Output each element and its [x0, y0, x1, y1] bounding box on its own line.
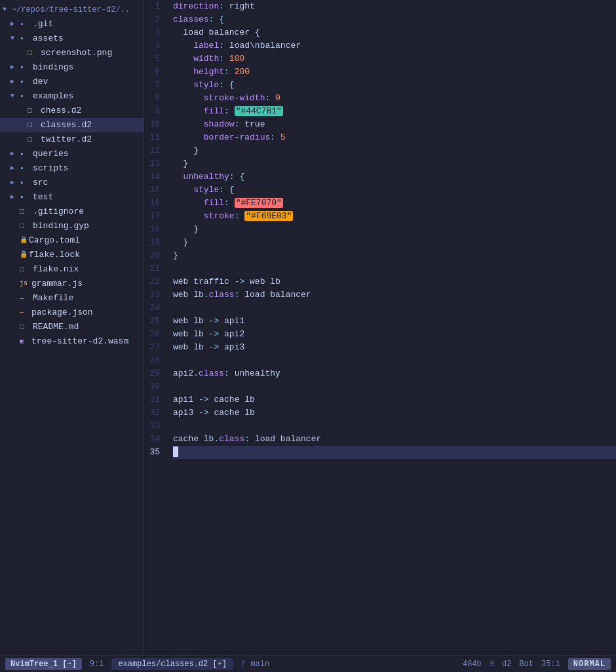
ln-22: 22 [144, 275, 163, 288]
statusbar-left: NvimTree_1 [-] 9:1 examples/classes.d2 [… [5, 658, 269, 670]
ln-7: 7 [144, 79, 163, 92]
ln-23: 23 [144, 288, 163, 302]
git-arrow-icon: ▶ [10, 18, 20, 31]
ln-8: 8 [144, 92, 163, 105]
sidebar-item-gitignore[interactable]: ▶ □ .gitignore [0, 205, 144, 219]
line-32: api3 -> cache lb [173, 406, 616, 420]
sidebar-item-scripts[interactable]: ▶ ▪ scripts [0, 161, 144, 176]
line-24 [173, 302, 616, 315]
ln-17: 17 [144, 210, 163, 223]
branch-label: main [250, 660, 269, 669]
ln-32: 32 [144, 406, 163, 420]
sidebar-item-flake-lock[interactable]: ▶ 🔒 flake.lock [0, 248, 144, 262]
sidebar-item-readme[interactable]: ▶ □ README.md [0, 320, 144, 334]
sidebar-item-examples[interactable]: ▼ ▪ examples [0, 89, 144, 104]
line-10: shadow: true [173, 118, 616, 131]
examples-arrow-icon: ▼ [10, 90, 20, 103]
no-arrow14-icon: ▶ [10, 335, 20, 348]
sidebar-scripts-label: scripts [33, 162, 69, 175]
line-1: direction: right [173, 0, 616, 13]
file-icon4: □ [28, 133, 38, 146]
ln-12: 12 [144, 144, 163, 157]
no-arrow8-icon: ▶ [10, 248, 20, 262]
line-8: stroke-width: 0 [173, 92, 616, 105]
sidebar-item-bindings[interactable]: ▶ ▪ bindings [0, 60, 144, 75]
file-icon3: □ [28, 119, 38, 132]
cursor [173, 446, 178, 457]
editor-content[interactable]: 1 2 3 4 5 6 7 8 9 10 11 12 13 14 15 16 1 [144, 0, 616, 655]
ln-30: 30 [144, 380, 163, 393]
sidebar-item-git[interactable]: ▶ ▪ .git [0, 17, 144, 31]
line-6: height: 200 [173, 66, 616, 79]
sidebar-item-chess[interactable]: ▶ □ chess.d2 [0, 104, 144, 118]
sidebar-chess-label: chess.d2 [41, 104, 81, 117]
sidebar-twitter-label: twitter.d2 [41, 133, 92, 146]
wasm-icon: ▣ [20, 335, 29, 348]
no-arrow-icon: ▶ [18, 47, 28, 60]
ln-15: 15 [144, 184, 163, 197]
sidebar-screenshot-label: screenshot.png [41, 47, 112, 60]
sidebar-item-binding-gyp[interactable]: ▶ □ binding.gyp [0, 219, 144, 233]
ln-11: 11 [144, 131, 163, 144]
mode-badge: NORMAL [568, 658, 611, 670]
sidebar-item-wasm[interactable]: ▶ ▣ tree-sitter-d2.wasm [0, 334, 144, 349]
file-icon8: – [20, 292, 30, 305]
line-col-label: 35:1 [541, 660, 560, 669]
line-3: load balancer { [173, 26, 616, 39]
sidebar-item-package-json[interactable]: ▶ — package.json [0, 306, 144, 320]
sidebar-item-twitter[interactable]: ▶ □ twitter.d2 [0, 132, 144, 147]
main-area: ▼ ~/repos/tree-sitter-d2/.. ▶ ▪ .git ▼ ▪… [0, 0, 616, 655]
sidebar-classes-label: classes.d2 [41, 119, 92, 132]
lsp-icon: ≡ [490, 660, 494, 669]
sidebar-item-src[interactable]: ▶ ▪ src [0, 176, 144, 190]
folder-icon2: ▪ [20, 61, 30, 74]
sidebar-item-grammar-js[interactable]: ▶ js grammar.js [0, 277, 144, 291]
sidebar-item-classes[interactable]: ▶ □ classes.d2 [0, 118, 144, 132]
sidebar-root-label: ~/repos/tree-sitter-d2/.. [12, 3, 130, 16]
code-lines[interactable]: direction: right classes: { load balance… [168, 0, 616, 655]
queries-arrow-icon: ▶ [10, 148, 20, 161]
line-20: } [173, 249, 616, 262]
ln-13: 13 [144, 157, 163, 170]
cursor-pos-label: Bot [519, 660, 533, 669]
ln-24: 24 [144, 302, 163, 315]
sidebar-item-cargo[interactable]: ▶ 🔒 Cargo.toml [0, 233, 144, 248]
line-2: classes: { [173, 13, 616, 26]
package-icon: — [20, 306, 29, 319]
sidebar-item-test[interactable]: ▶ ▪ test [0, 190, 144, 205]
line-33 [173, 420, 616, 433]
sidebar[interactable]: ▼ ~/repos/tree-sitter-d2/.. ▶ ▪ .git ▼ ▪… [0, 0, 144, 655]
line-5: width: 100 [173, 52, 616, 66]
sidebar-item-dev[interactable]: ▶ ▪ dev [0, 75, 144, 89]
line-34: cache lb.class: load balancer [173, 433, 616, 446]
sidebar-assets-label: assets [33, 32, 64, 45]
lang-label: d2 [502, 660, 511, 669]
line-numbers: 1 2 3 4 5 6 7 8 9 10 11 12 13 14 15 16 1 [144, 0, 168, 655]
ln-21: 21 [144, 262, 163, 275]
line-22: web traffic -> web lb [173, 275, 616, 288]
sidebar-queries-label: queries [33, 148, 69, 161]
sidebar-root[interactable]: ▼ ~/repos/tree-sitter-d2/.. [0, 3, 144, 17]
no-arrow2-icon: ▶ [18, 104, 28, 117]
line-30 [173, 380, 616, 393]
no-arrow6-icon: ▶ [10, 220, 20, 233]
no-arrow11-icon: ▶ [10, 292, 20, 305]
js-icon: js [20, 277, 29, 290]
ln-1: 1 [144, 0, 163, 13]
sidebar-item-makefile[interactable]: ▶ – Makefile [0, 291, 144, 306]
sidebar-item-flake-nix[interactable]: ▶ □ flake.nix [0, 262, 144, 277]
sidebar-item-queries[interactable]: ▶ ▪ queries [0, 147, 144, 161]
no-arrow12-icon: ▶ [10, 306, 20, 319]
folder-icon4: ▪ [20, 90, 30, 103]
sidebar-item-screenshot[interactable]: ▶ □ screenshot.png [0, 46, 144, 60]
ln-29: 29 [144, 367, 163, 380]
file-icon2: □ [28, 104, 38, 117]
no-arrow4-icon: ▶ [18, 133, 28, 146]
statusbar: NvimTree_1 [-] 9:1 examples/classes.d2 [… [0, 655, 616, 672]
no-arrow10-icon: ▶ [10, 277, 20, 290]
no-arrow3-icon: ▶ [18, 119, 28, 132]
sidebar-test-label: test [33, 191, 53, 204]
lock2-icon: 🔒 [20, 248, 29, 262]
sidebar-item-assets[interactable]: ▼ ▪ assets [0, 31, 144, 46]
no-arrow5-icon: ▶ [10, 205, 20, 218]
